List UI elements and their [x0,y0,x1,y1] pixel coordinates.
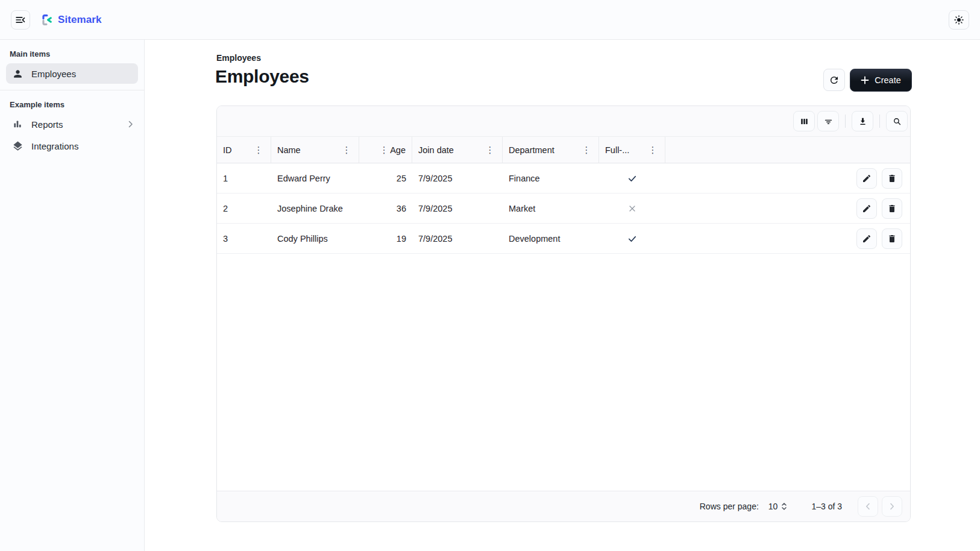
kebab-icon[interactable]: ⋮ [580,143,592,157]
cell-join-date[interactable]: 7/9/2025 [412,224,503,253]
sidebar-divider [0,90,144,90]
cell-full-time[interactable] [599,163,665,193]
row-actions [665,163,910,193]
row-actions [665,224,910,253]
rows-per-page-label: Rows per page: [700,502,759,511]
search-icon [892,116,902,127]
previous-page-button[interactable] [858,496,878,517]
filter-button[interactable] [817,111,839,131]
cell-name[interactable]: Edward Perry [271,163,359,193]
sidebar-item-employees[interactable]: Employees [6,63,138,84]
theme-toggle-button[interactable] [949,10,969,30]
filter-icon [823,116,834,127]
cell-full-time[interactable] [599,194,665,223]
rows-per-page-select[interactable]: 10 [768,502,788,511]
edit-icon [862,204,872,213]
check-icon [627,233,638,244]
chevron-right-icon [128,121,133,128]
cell-department[interactable]: Development [503,224,599,253]
cell-name[interactable]: Cody Phillips [271,224,359,253]
column-header-id[interactable]: ID ⋮ [217,137,271,163]
delete-button[interactable] [882,228,902,249]
table-row[interactable]: 2 Josephine Drake 36 7/9/2025 Market [217,194,910,224]
cell-department[interactable]: Market [503,194,599,223]
sidebar: Main items Employees Example items Repor… [0,40,145,551]
cell-age[interactable]: 25 [359,163,412,193]
columns-button[interactable] [793,111,815,131]
edit-button[interactable] [856,168,877,189]
sidebar-item-label: Employees [31,69,76,79]
menu-toggle-button[interactable] [11,10,30,30]
spinner-icon [781,502,787,511]
kebab-icon[interactable]: ⋮ [341,143,353,157]
cell-department[interactable]: Finance [503,163,599,193]
cell-join-date[interactable]: 7/9/2025 [412,163,503,193]
search-button[interactable] [886,111,908,131]
delete-button[interactable] [882,198,902,219]
plus-icon [861,76,869,84]
cell-age[interactable]: 36 [359,194,412,223]
edit-button[interactable] [856,198,877,219]
cell-full-time[interactable] [599,224,665,253]
cell-id[interactable]: 1 [217,163,271,193]
grid-header-row: ID ⋮ Name ⋮ Age ⋮ Join date ⋮ Department [217,136,910,163]
breadcrumb: Employees [216,53,261,63]
cell-id[interactable]: 3 [217,224,271,253]
column-header-department[interactable]: Department ⋮ [503,137,599,163]
kebab-icon[interactable]: ⋮ [253,143,265,157]
cell-id[interactable]: 2 [217,194,271,223]
download-button[interactable] [852,111,873,131]
delete-button[interactable] [882,168,902,189]
pagination-range: 1–3 of 3 [811,502,842,511]
column-header-join-date[interactable]: Join date ⋮ [412,137,503,163]
bar-chart-icon [11,119,24,130]
column-header-age[interactable]: Age ⋮ [359,137,412,163]
sidebar-section-main-items: Main items [0,45,144,62]
kebab-icon[interactable]: ⋮ [647,143,659,157]
delete-icon [887,174,897,183]
rows-per-page-value: 10 [768,502,778,511]
menu-open-icon [14,14,27,26]
main-content: Employees Employees Create [145,40,980,551]
sun-icon [953,14,964,25]
brand[interactable]: Sitemark [40,13,102,27]
table-row[interactable]: 1 Edward Perry 25 7/9/2025 Finance [217,163,910,194]
employees-data-grid: ID ⋮ Name ⋮ Age ⋮ Join date ⋮ Department [216,105,911,522]
next-page-button[interactable] [882,496,902,517]
page-title: Employees [215,66,309,87]
page-actions: Create [823,69,912,92]
edit-icon [862,174,872,183]
column-header-full-time[interactable]: Full-... ⋮ [599,137,665,163]
pagination-chevron-right-icon [890,503,894,510]
edit-button[interactable] [856,228,877,249]
grid-toolbar [217,106,910,136]
edit-icon [862,234,872,244]
refresh-icon [829,75,840,86]
sidebar-item-integrations[interactable]: Integrations [6,136,138,156]
toolbar-divider [845,115,846,128]
sidebar-item-label: Reports [31,119,63,130]
table-row[interactable]: 3 Cody Phillips 19 7/9/2025 Development [217,224,910,254]
kebab-icon[interactable]: ⋮ [378,143,390,157]
brand-name: Sitemark [58,14,102,26]
column-header-name[interactable]: Name ⋮ [271,137,359,163]
create-button-label: Create [875,75,901,85]
kebab-icon[interactable]: ⋮ [484,143,496,157]
layers-icon [11,140,24,152]
delete-icon [887,234,897,244]
row-actions [665,194,910,223]
refresh-button[interactable] [823,69,845,91]
sidebar-section-example-items: Example items [0,95,144,113]
topbar: Sitemark [0,0,980,40]
sidebar-item-reports[interactable]: Reports [6,114,138,134]
app-root: Sitemark Main items Employees Exampl [0,0,980,551]
cross-icon [627,204,637,213]
cell-join-date[interactable]: 7/9/2025 [412,194,503,223]
create-button[interactable]: Create [850,69,912,92]
sitemark-logo [40,13,53,27]
cell-age[interactable]: 19 [359,224,412,253]
columns-icon [799,116,809,127]
delete-icon [887,204,897,213]
toolbar-divider [879,115,880,128]
cell-name[interactable]: Josephine Drake [271,194,359,223]
